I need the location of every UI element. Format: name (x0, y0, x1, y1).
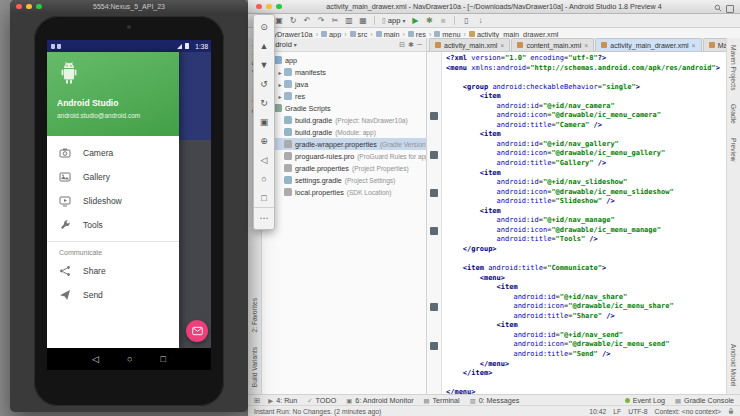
sync-button[interactable]: ↻ (287, 16, 299, 25)
more-button[interactable]: ⋯ (254, 207, 274, 227)
home-button[interactable]: ○ (127, 355, 132, 364)
tool-button-2-favorites[interactable]: 2: Favorites (251, 298, 258, 332)
tool-button-4-run[interactable]: ▶4: Run (268, 396, 297, 405)
run-button[interactable]: ▶ (409, 16, 421, 25)
tree-item-res[interactable]: ▸res (262, 90, 426, 102)
expand-arrow-icon[interactable]: ▸ (276, 69, 284, 76)
tab-mainactivity-java[interactable]: MainActivity.java× (703, 38, 726, 51)
drawer-item-gallery[interactable]: Gallery (47, 165, 179, 189)
drawer-item-share[interactable]: Share (47, 259, 179, 283)
tool-button-maven-projects[interactable]: Maven Projects (730, 45, 737, 90)
fullscreen-icon[interactable] (726, 5, 734, 13)
redo-button[interactable]: ↷ (315, 16, 327, 25)
close-button[interactable] (256, 4, 262, 10)
tool-button-0-messages[interactable]: ▥0: Messages (470, 396, 520, 405)
encoding-widget[interactable]: UTF-8 (628, 408, 647, 415)
zoom-button[interactable] (36, 4, 42, 10)
screenshot-button[interactable]: ▣ (254, 112, 274, 131)
hide-icon[interactable]: ─ (417, 41, 422, 49)
emulator-titlebar[interactable]: 5554:Nexus_5_API_23 (10, 0, 248, 13)
ide-window: activity_main_drawer.xml - NavDrawer10a … (248, 0, 740, 416)
tree-item-gradle-scripts[interactable]: ▾Gradle Scripts (262, 102, 426, 114)
zoom-button[interactable] (276, 4, 282, 10)
avd-manager-button[interactable]: ▯ (460, 16, 472, 25)
minimize-button[interactable] (26, 4, 32, 10)
tool-button-terminal[interactable]: ▤Terminal (424, 396, 460, 405)
drawer-item-label: Gallery (83, 172, 110, 182)
tree-item-gradle-wrapper-properties[interactable]: gradle-wrapper.properties(Gradle Version… (262, 138, 426, 150)
tree-item-suffix: (Project Properties) (352, 165, 409, 172)
ide-titlebar[interactable]: activity_main_drawer.xml - NavDrawer10a … (248, 0, 740, 14)
expand-arrow-icon[interactable]: ▸ (276, 81, 284, 88)
search-icon[interactable] (714, 3, 722, 15)
rotate-right-button[interactable]: ↻ (254, 93, 274, 112)
tab-label: MainActivity.java (718, 42, 726, 49)
run-config-selector[interactable]: ▯app▾ (382, 16, 405, 25)
undo-button[interactable]: ↶ (301, 16, 313, 25)
tool-button-todo[interactable]: ✓TODO (307, 396, 336, 405)
tool-button-label: TODO (316, 396, 337, 405)
tree-item-proguard-rules-pro[interactable]: proguard-rules.pro(ProGuard Rules for ap… (262, 150, 426, 162)
sdk-manager-button[interactable]: ↓ (474, 16, 486, 25)
code-editor[interactable]: <?xml version="1.0" encoding="utf-8"?><m… (442, 52, 726, 394)
tree-item-app[interactable]: ▾app (262, 54, 426, 66)
copy-button[interactable]: ▥ (343, 16, 355, 25)
tool-button-event-log[interactable]: Event Log (625, 396, 665, 405)
tool-button-gradle-console[interactable]: ▤Gradle Console (675, 396, 734, 405)
back-button[interactable]: ◁ (92, 355, 99, 364)
toolwindow-toggle-icon[interactable]: ⊞ (254, 396, 260, 405)
tab-activity-main-drawer-xml[interactable]: activity_main_drawer.xml× (595, 38, 701, 51)
project-tool-window: Android ▾ ⊟✱─ ▾app▸manifests▸java▸res▾Gr… (262, 38, 427, 394)
rotate-left-button[interactable]: ↺ (254, 74, 274, 93)
minimize-button[interactable] (266, 4, 272, 10)
caret-position[interactable]: 10:42 (589, 408, 606, 415)
back-button[interactable]: ◁ (254, 150, 274, 169)
tool-button-build-variants[interactable]: Build Variants (251, 347, 258, 387)
drawer-item-slideshow[interactable]: Slideshow (47, 189, 179, 213)
tree-item-settings-gradle[interactable]: settings.gradle(Project Settings) (262, 174, 426, 186)
zoom-button[interactable]: ⊕ (254, 131, 274, 150)
email-icon (192, 322, 203, 340)
power-button[interactable]: ⊙ (254, 17, 274, 36)
cut-button[interactable]: ✂ (329, 16, 341, 25)
settings-icon[interactable]: ✱ (408, 41, 414, 49)
tab-activity-main-xml[interactable]: activity_main.xml× (429, 38, 510, 51)
phone-device: 1:38 Android Studio android.studio@andro… (34, 16, 224, 406)
home-button[interactable]: ○ (254, 169, 274, 188)
tree-item-local-properties[interactable]: local.properties(SDK Location) (262, 186, 426, 198)
tree-item-build-gradle[interactable]: build.gradle(Module: app) (262, 126, 426, 138)
close-tab-icon[interactable]: × (692, 42, 696, 49)
tab-content-main-xml[interactable]: content_main.xml× (511, 38, 594, 51)
drawer-item-send[interactable]: Send (47, 283, 179, 307)
tree-item-gradle-properties[interactable]: gradle.properties(Project Properties) (262, 162, 426, 174)
paste-button[interactable]: ▦ (357, 16, 369, 25)
lock-icon[interactable] (728, 407, 734, 415)
volume-up-button[interactable]: ▲ (254, 36, 274, 55)
overview-button[interactable]: □ (254, 188, 274, 207)
context-widget[interactable]: Context: <no context> (654, 408, 721, 415)
code-line: android:title="Tools" /> (446, 235, 726, 245)
close-button[interactable] (16, 4, 22, 10)
tool-button-gradle[interactable]: Gradle (730, 104, 737, 124)
tool-button-6-android-monitor[interactable]: ▣6: Android Monitor (346, 396, 413, 405)
collapse-all-icon[interactable]: ⊟ (399, 41, 405, 49)
fab-button[interactable] (186, 320, 208, 342)
file-icon (517, 42, 523, 48)
recents-button[interactable]: □ (160, 355, 165, 364)
tree-item-build-gradle[interactable]: build.gradle(Project: NavDrawer10a) (262, 114, 426, 126)
volume-down-button[interactable]: ▼ (254, 55, 274, 74)
tree-item-java[interactable]: ▸java (262, 78, 426, 90)
tool-button-android-model[interactable]: Android Model (730, 344, 737, 387)
line-separator-widget[interactable]: LF (613, 408, 621, 415)
chevron-down-icon: ▾ (402, 17, 405, 24)
tree-item-manifests[interactable]: ▸manifests (262, 66, 426, 78)
phone-screen[interactable]: 1:38 Android Studio android.studio@andro… (47, 40, 211, 370)
drawer-item-tools[interactable]: Tools (47, 213, 179, 237)
tool-button-preview[interactable]: Preview (730, 138, 737, 161)
close-tab-icon[interactable]: × (584, 42, 588, 49)
expand-arrow-icon[interactable]: ▸ (276, 93, 284, 100)
drawer-item-camera[interactable]: Camera (47, 141, 179, 165)
stop-button[interactable]: ■ (437, 16, 449, 25)
debug-button[interactable]: ✱ (423, 16, 435, 25)
close-tab-icon[interactable]: × (500, 42, 504, 49)
